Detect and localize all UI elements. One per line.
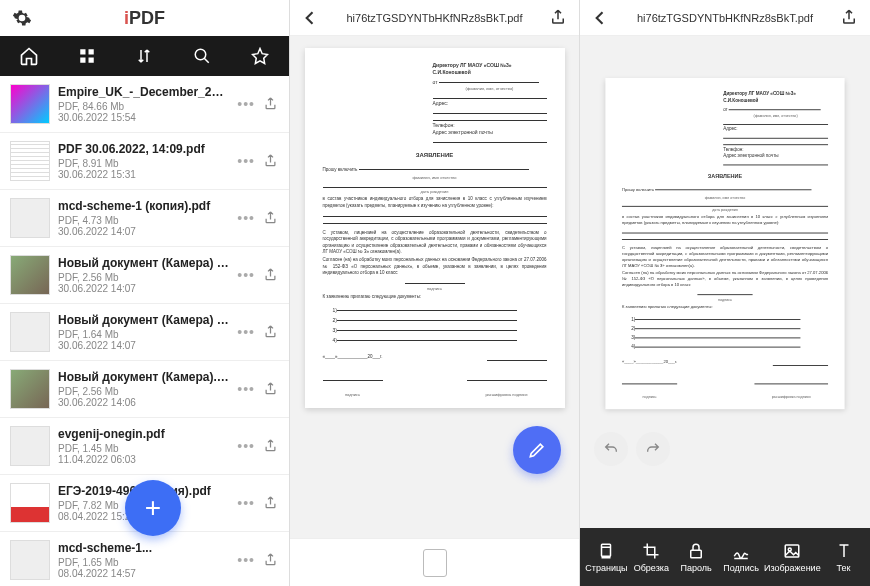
svg-rect-3 [88, 58, 93, 63]
edit-toolbar: СтраницыОбрезкаПарольПодписьИзображениеТ… [580, 528, 870, 586]
settings-icon[interactable] [12, 8, 32, 28]
svg-rect-2 [80, 58, 85, 63]
share-icon[interactable] [263, 267, 279, 283]
share-icon[interactable] [263, 96, 279, 112]
file-row[interactable]: PDF 30.06.2022, 14:09.pdf PDF, 8.91 Mb30… [0, 133, 289, 190]
file-name: mcd-scheme-1 (копия).pdf [58, 199, 229, 213]
tool-label: Пароль [681, 563, 712, 573]
tool-label: Тек [837, 563, 851, 573]
more-icon[interactable]: ••• [237, 552, 255, 568]
share-icon[interactable] [263, 324, 279, 340]
file-meta: PDF, 84.66 Mb30.06.2022 15:54 [58, 101, 229, 123]
more-icon[interactable]: ••• [237, 210, 255, 226]
file-thumbnail [10, 84, 50, 124]
file-thumbnail [10, 312, 50, 352]
redo-button[interactable] [636, 432, 670, 466]
more-icon[interactable]: ••• [237, 324, 255, 340]
back-icon[interactable] [300, 8, 320, 28]
file-row[interactable]: mcd-scheme-1 (копия).pdf PDF, 4.73 Mb30.… [0, 190, 289, 247]
share-icon[interactable] [263, 153, 279, 169]
file-row[interactable]: Новый документ (Камера) (коп...(a) PDF, … [0, 304, 289, 361]
file-meta: PDF, 8.91 Mb30.06.2022 15:31 [58, 158, 229, 180]
file-thumbnail [10, 426, 50, 466]
more-icon[interactable]: ••• [237, 267, 255, 283]
svg-rect-1 [88, 49, 93, 54]
svg-rect-0 [80, 49, 85, 54]
tool-label: Изображение [764, 563, 821, 573]
edit-fab[interactable] [513, 426, 561, 474]
svg-point-4 [196, 49, 207, 60]
file-row[interactable]: Empire_UK_-_December_2021.p... PDF, 84.6… [0, 76, 289, 133]
file-thumbnail [10, 540, 50, 580]
share-icon[interactable] [263, 438, 279, 454]
grid-icon[interactable] [75, 44, 99, 68]
svg-rect-6 [691, 550, 702, 558]
more-icon[interactable]: ••• [237, 96, 255, 112]
document-viewer[interactable]: Директору ЛГ МАОУ «СОШ №3» С.И.Коношевой… [290, 36, 579, 538]
viewer-filename: hi76tzTGSDYNTbHKfNRz8sBkT.pdf [610, 12, 840, 24]
file-row[interactable]: Новый документ (Камера).pdf PDF, 2.56 Mb… [0, 361, 289, 418]
sort-icon[interactable] [132, 44, 156, 68]
home-icon[interactable] [17, 44, 41, 68]
image-icon [783, 542, 801, 560]
file-thumbnail [10, 141, 50, 181]
file-name: Новый документ (Камера).pdf [58, 370, 229, 384]
tool-label: Страницы [585, 563, 627, 573]
pages-thumbnail-button[interactable] [423, 549, 447, 577]
file-thumbnail [10, 198, 50, 238]
file-thumbnail [10, 483, 50, 523]
add-fab[interactable]: + [125, 480, 181, 536]
text-icon [835, 542, 853, 560]
more-icon[interactable]: ••• [237, 495, 255, 511]
star-icon[interactable] [248, 44, 272, 68]
lock-icon [687, 542, 705, 560]
back-icon[interactable] [590, 8, 610, 28]
share-icon[interactable] [263, 552, 279, 568]
file-name: evgenij-onegin.pdf [58, 427, 229, 441]
tool-crop[interactable]: Обрезка [629, 542, 673, 573]
file-name: Empire_UK_-_December_2021.p... [58, 85, 229, 99]
share-icon[interactable] [840, 8, 860, 28]
share-icon[interactable] [263, 210, 279, 226]
tool-label: Обрезка [634, 563, 669, 573]
file-name: mcd-scheme-1... [58, 541, 229, 555]
tool-label: Подпись [723, 563, 759, 573]
file-meta: PDF, 1.45 Mb11.04.2022 06:03 [58, 443, 229, 465]
sign-icon [732, 542, 750, 560]
document-viewer[interactable]: Директору ЛГ МАОУ «СОШ №3» С.И.Коношевой… [580, 36, 870, 528]
more-icon[interactable]: ••• [237, 438, 255, 454]
file-meta: PDF, 1.65 Mb08.04.2022 14:57 [58, 557, 229, 579]
svg-rect-5 [602, 544, 611, 556]
file-thumbnail [10, 255, 50, 295]
tool-pages[interactable]: Страницы [584, 542, 628, 573]
tool-sign[interactable]: Подпись [719, 542, 763, 573]
search-icon[interactable] [190, 44, 214, 68]
tool-image[interactable]: Изображение [764, 542, 821, 573]
file-row[interactable]: Новый документ (Камера) (коп... PDF, 2.5… [0, 247, 289, 304]
undo-button[interactable] [594, 432, 628, 466]
share-icon[interactable] [263, 495, 279, 511]
share-icon[interactable] [263, 381, 279, 397]
app-title: iPDF [124, 8, 165, 29]
share-icon[interactable] [549, 8, 569, 28]
file-meta: PDF, 1.64 Mb30.06.2022 14:07 [58, 329, 229, 351]
file-name: Новый документ (Камера) (коп...(a) [58, 313, 229, 327]
file-thumbnail [10, 369, 50, 409]
file-row[interactable]: evgenij-onegin.pdf PDF, 1.45 Mb11.04.202… [0, 418, 289, 475]
svg-rect-7 [786, 545, 800, 557]
pages-icon [597, 542, 615, 560]
viewer-filename: hi76tzTGSDYNTbHKfNRz8sBkT.pdf [320, 12, 549, 24]
more-icon[interactable]: ••• [237, 153, 255, 169]
file-meta: PDF, 2.56 Mb30.06.2022 14:07 [58, 272, 229, 294]
tool-text[interactable]: Тек [822, 542, 866, 573]
file-name: PDF 30.06.2022, 14:09.pdf [58, 142, 229, 156]
tool-lock[interactable]: Пароль [674, 542, 718, 573]
file-meta: PDF, 2.56 Mb30.06.2022 14:06 [58, 386, 229, 408]
file-meta: PDF, 4.73 Mb30.06.2022 14:07 [58, 215, 229, 237]
file-name: Новый документ (Камера) (коп... [58, 256, 229, 270]
crop-icon [642, 542, 660, 560]
file-row[interactable]: mcd-scheme-1... PDF, 1.65 Mb08.04.2022 1… [0, 532, 289, 586]
more-icon[interactable]: ••• [237, 381, 255, 397]
